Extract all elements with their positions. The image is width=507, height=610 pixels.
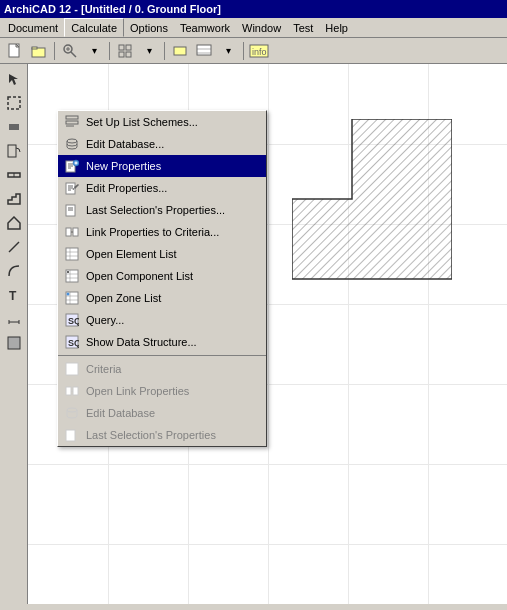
open-link-icon: [64, 383, 80, 399]
menu-item-open-link-properties-label: Open Link Properties: [86, 385, 189, 397]
title-text: ArchiCAD 12 - [Untitled / 0. Ground Floo…: [4, 3, 221, 15]
svg-text:SQL: SQL: [68, 338, 79, 348]
toolbar-dash[interactable]: ▾: [217, 40, 239, 62]
toolbar-layer[interactable]: [193, 40, 215, 62]
menu-item-open-component-list-label: Open Component List: [86, 270, 193, 282]
menu-item-edit-properties-label: Edit Properties...: [86, 182, 167, 194]
svg-rect-19: [8, 145, 16, 157]
toolbar-sep-1: [54, 42, 55, 60]
menu-item-new-properties-label: New Properties: [86, 160, 161, 172]
svg-rect-32: [66, 116, 78, 119]
svg-rect-9: [119, 52, 124, 57]
menu-item-link-properties[interactable]: Link Properties to Criteria...: [58, 221, 266, 243]
grid-v-3: [268, 64, 269, 604]
toolbar-select[interactable]: ▾: [138, 40, 160, 62]
tool-wall[interactable]: [3, 116, 25, 138]
tool-select[interactable]: [3, 92, 25, 114]
menu-item-query[interactable]: SQL Query...: [58, 309, 266, 331]
toolbar-zoom[interactable]: [59, 40, 81, 62]
dropdown-container: Set Up List Schemes... Edit Database...: [57, 110, 267, 447]
db-icon: [64, 136, 80, 152]
tool-arrow[interactable]: [3, 68, 25, 90]
toolbar-box[interactable]: [169, 40, 191, 62]
menu-options[interactable]: Options: [124, 18, 174, 37]
svg-rect-11: [174, 47, 186, 55]
list-icon: [64, 114, 80, 130]
last-sel-icon: [64, 202, 80, 218]
menu-bar: Document Calculate Options Teamwork Wind…: [0, 18, 507, 38]
left-sidebar: T: [0, 64, 28, 604]
menu-item-new-properties[interactable]: New Properties: [58, 155, 266, 177]
menu-item-set-up-list-label: Set Up List Schemes...: [86, 116, 198, 128]
dropdown-menu: Set Up List Schemes... Edit Database...: [57, 110, 267, 447]
title-bar: ArchiCAD 12 - [Untitled / 0. Ground Floo…: [0, 0, 507, 18]
svg-rect-18: [9, 124, 19, 130]
menu-item-edit-database-2: Edit Database: [58, 402, 266, 424]
menu-item-open-element-list-label: Open Element List: [86, 248, 177, 260]
tool-door[interactable]: [3, 140, 25, 162]
tool-arc[interactable]: [3, 260, 25, 282]
menu-item-open-zone-list-label: Open Zone List: [86, 292, 161, 304]
toolbar-info[interactable]: info: [248, 40, 270, 62]
tool-fill[interactable]: [3, 332, 25, 354]
menu-item-last-selection-2: Last Selection's Properties: [58, 424, 266, 446]
svg-rect-12: [197, 45, 211, 55]
toolbar-sep-2: [109, 42, 110, 60]
tool-dimension[interactable]: [3, 308, 25, 330]
menu-item-open-component-list[interactable]: Open Component List: [58, 265, 266, 287]
menu-item-edit-database-2-label: Edit Database: [86, 407, 155, 419]
svg-rect-17: [8, 97, 20, 109]
menu-window[interactable]: Window: [236, 18, 287, 37]
toolbar-sep-3: [164, 42, 165, 60]
menu-help[interactable]: Help: [319, 18, 354, 37]
toolbar-combo-btn[interactable]: ▾: [83, 40, 105, 62]
svg-line-22: [9, 242, 19, 252]
menu-item-query-label: Query...: [86, 314, 124, 326]
svg-rect-77: [66, 430, 75, 441]
toolbar-grid[interactable]: [114, 40, 136, 62]
svg-text:SQL: SQL: [68, 316, 79, 326]
menu-item-open-element-list[interactable]: Open Element List: [58, 243, 266, 265]
menu-item-criteria: Criteria: [58, 358, 266, 380]
menu-item-edit-database[interactable]: Edit Database...: [58, 133, 266, 155]
svg-rect-52: [73, 228, 78, 236]
svg-rect-62: [67, 271, 69, 273]
query-icon: SQL: [64, 312, 80, 328]
menu-item-open-zone-list[interactable]: Open Zone List: [58, 287, 266, 309]
menu-item-last-selection[interactable]: Last Selection's Properties...: [58, 199, 266, 221]
tool-text[interactable]: T: [3, 284, 25, 306]
menu-item-edit-properties[interactable]: Edit Properties...: [58, 177, 266, 199]
menu-calculate[interactable]: Calculate: [64, 18, 124, 37]
toolbar: ▾ ▾ ▾ info: [0, 38, 507, 64]
svg-rect-33: [66, 121, 78, 124]
new-prop-icon: [64, 158, 80, 174]
menu-teamwork[interactable]: Teamwork: [174, 18, 236, 37]
last-sel2-icon: [64, 427, 80, 443]
comp-list-icon: [64, 268, 80, 284]
svg-rect-74: [73, 387, 78, 395]
floor-plan-drawing: [292, 119, 452, 319]
tool-stair[interactable]: [3, 188, 25, 210]
main-content: T: [0, 64, 507, 604]
svg-text:T: T: [9, 289, 17, 302]
zone-list-icon: [64, 290, 80, 306]
svg-point-76: [67, 408, 77, 412]
tool-roof[interactable]: [3, 212, 25, 234]
menu-test[interactable]: Test: [287, 18, 319, 37]
svg-rect-10: [126, 52, 131, 57]
menu-item-show-data-structure[interactable]: SQL Show Data Structure...: [58, 331, 266, 353]
menu-item-set-up-list[interactable]: Set Up List Schemes...: [58, 111, 266, 133]
svg-line-4: [71, 52, 76, 57]
menu-item-show-data-structure-label: Show Data Structure...: [86, 336, 197, 348]
svg-rect-8: [126, 45, 131, 50]
menu-document[interactable]: Document: [2, 18, 64, 37]
toolbar-open[interactable]: [28, 40, 50, 62]
svg-rect-54: [66, 248, 78, 260]
tool-window[interactable]: [3, 164, 25, 186]
elem-list-icon: [64, 246, 80, 262]
menu-item-open-link-properties: Open Link Properties: [58, 380, 266, 402]
edit-db2-icon: [64, 405, 80, 421]
toolbar-new[interactable]: [4, 40, 26, 62]
tool-line[interactable]: [3, 236, 25, 258]
svg-point-35: [67, 139, 77, 143]
